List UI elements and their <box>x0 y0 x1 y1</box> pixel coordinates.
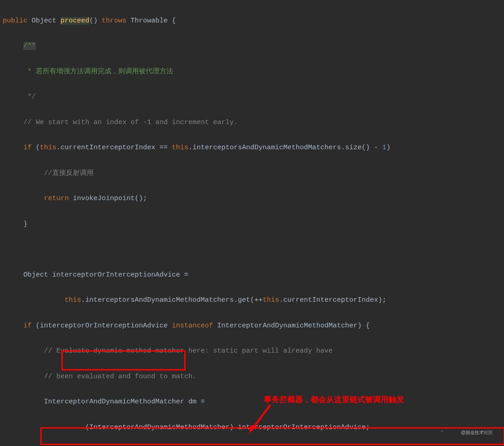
watermark: @掘金技术社区 <box>461 429 493 437</box>
code-line: return invokeJoinpoint(); <box>3 192 501 205</box>
code-line: // We start with an index of -1 and incr… <box>3 116 501 129</box>
code-line: if (this.currentInterceptorIndex == this… <box>3 141 501 154</box>
code-line: } <box>3 218 501 231</box>
code-line: //直接反射调用 <box>3 167 501 180</box>
caret-indicator: ○ <box>441 428 444 436</box>
code-line: * 若所有增强方法调用完成，则调用被代理方法 <box>3 65 501 78</box>
method-name: proceed <box>60 17 89 25</box>
code-line: this.interceptorsAndDynamicMethodMatcher… <box>3 294 501 307</box>
comment: // We start with an index of -1 and incr… <box>23 119 238 126</box>
code-line: /** <box>3 40 501 53</box>
doc-comment-open: /** <box>23 42 36 50</box>
code-line: if (interceptorOrInterceptionAdvice inst… <box>3 320 501 332</box>
code-line <box>3 243 501 256</box>
keyword-public: public <box>3 17 27 25</box>
code-line: */ <box>3 91 501 103</box>
code-line: InterceptorAndDynamicMethodMatcher dm = <box>3 396 501 408</box>
code-line: Object interceptorOrInterceptionAdvice = <box>3 269 501 282</box>
code-editor[interactable]: public Object proceed() throws Throwable… <box>0 0 504 446</box>
code-line: // been evaluated and found to match. <box>3 370 501 383</box>
doc-comment: 若所有增强方法调用完成，则调用被代理方法 <box>32 68 173 76</box>
code-line: // Evaluate dynamic method matcher here:… <box>3 345 501 358</box>
code-line: public Object proceed() throws Throwable… <box>3 15 501 27</box>
annotation-text: 事务拦截器，都会从这里链式被调用触发 <box>264 392 404 407</box>
code-line: (InterceptorAndDynamicMethodMatcher) int… <box>3 421 501 434</box>
